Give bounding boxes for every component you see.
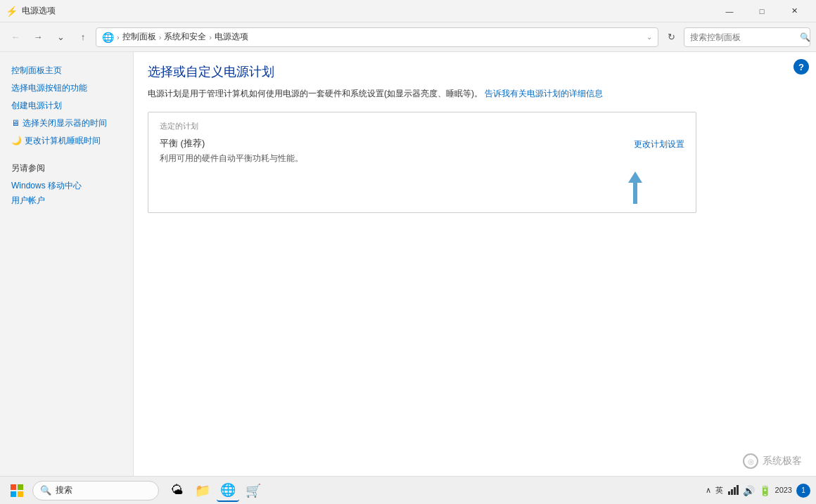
plan-info: 平衡 (推荐) 利用可用的硬件自动平衡功耗与性能。 [160, 137, 303, 164]
sidebar-item-mobility[interactable]: Windows 移动中心 [11, 179, 133, 193]
back-button[interactable]: ← [6, 27, 25, 47]
sidebar-item-home[interactable]: 控制面板主页 [11, 63, 133, 78]
taskbar-icon-weather[interactable]: 🌤 [166, 479, 189, 502]
files-icon: 📁 [195, 483, 210, 498]
sidebar-item-power-buttons[interactable]: 选择电源按钮的功能 [11, 81, 133, 96]
search-box[interactable]: 🔍 [684, 27, 810, 47]
content-more-link[interactable]: 告诉我有关电源计划的详细信息 [485, 89, 603, 98]
notification-badge[interactable]: 1 [796, 484, 810, 498]
taskbar-app-icons: 🌤 📁 🌐 🛒 [166, 479, 264, 502]
tray-chevron-icon[interactable]: ∧ [706, 486, 711, 495]
svg-rect-1 [18, 484, 23, 490]
taskbar-search-icon: 🔍 [40, 485, 51, 496]
plan-name: 平衡 (推荐) [160, 137, 303, 150]
taskbar-icon-edge[interactable]: 🌐 [217, 479, 239, 502]
minimize-button[interactable]: — [713, 0, 746, 22]
up-button[interactable]: ↑ [73, 27, 93, 47]
forward-button[interactable]: → [28, 27, 48, 47]
dropdown-button[interactable]: ⌄ [51, 27, 70, 47]
time-year: 2023 [775, 485, 792, 495]
search-icon: 🔍 [800, 32, 810, 42]
content-area: 选择或自定义电源计划 电源计划是用于管理计算机如何使用电源的一套硬件和系统设置(… [134, 52, 816, 476]
weather-icon: 🌤 [171, 483, 184, 498]
store-icon: 🛒 [246, 483, 261, 498]
plan-section-label: 选定的计划 [160, 121, 684, 131]
sidebar: 控制面板主页 选择电源按钮的功能 创建电源计划 🖥 选择关闭显示器的时间 🌙 更… [0, 52, 134, 476]
svg-rect-2 [11, 491, 16, 497]
content-description: 电源计划是用于管理计算机如何使用电源的一套硬件和系统设置(如显示器亮度、睡眠等)… [148, 87, 696, 101]
edge-icon: 🌐 [220, 482, 236, 498]
sidebar-section-see-also: 另请参阅 Windows 移动中心 用户帐户 [11, 162, 133, 208]
title-bar: ⚡ 电源选项 — □ ✕ [0, 0, 816, 22]
watermark-icon: ◎ [743, 453, 758, 469]
time-display[interactable]: 2023 [775, 485, 792, 495]
taskbar-icon-files[interactable]: 📁 [191, 479, 214, 502]
path-chevron-icon[interactable]: ⌄ [646, 33, 652, 41]
search-input[interactable] [690, 32, 796, 42]
address-bar: ← → ⌄ ↑ 🌐 › 控制面板 › 系统和安全 › 电源选项 ⌄ ↻ 🔍 [0, 22, 816, 52]
taskbar: 🔍 搜索 🌤 📁 🌐 🛒 ∧ 英 🔊 🔋 [0, 476, 816, 504]
tray-network-icon[interactable] [727, 484, 739, 497]
sleep-icon: 🌙 [11, 136, 22, 146]
tray-language[interactable]: 英 [715, 485, 723, 496]
taskbar-search[interactable]: 🔍 搜索 [32, 481, 159, 500]
windows-logo-icon [11, 484, 23, 497]
arrow-shaft [633, 183, 637, 204]
network-icon [727, 484, 739, 496]
window-controls: — □ ✕ [713, 0, 810, 22]
arrow-head [628, 172, 642, 183]
display-off-icon: 🖥 [11, 118, 20, 128]
tray-battery-icon[interactable]: 🔋 [759, 485, 771, 496]
plan-description: 利用可用的硬件自动平衡功耗与性能。 [160, 153, 303, 164]
sidebar-item-sleep-label: 更改计算机睡眠时间 [25, 135, 101, 147]
close-button[interactable]: ✕ [778, 0, 810, 22]
path-control-panel: 控制面板 [122, 31, 156, 43]
path-sep3: › [209, 33, 212, 41]
system-tray: ∧ 英 🔊 🔋 2023 1 [706, 484, 810, 498]
watermark: ◎ 系统极客 [743, 453, 802, 469]
sidebar-item-create-plan[interactable]: 创建电源计划 [11, 98, 133, 113]
sidebar-item-display-off[interactable]: 🖥 选择关闭显示器的时间 [11, 116, 133, 131]
svg-rect-5 [731, 489, 733, 495]
path-sep2: › [159, 33, 162, 41]
sidebar-item-sleep[interactable]: 🌙 更改计算机睡眠时间 [11, 134, 133, 148]
main-layout: 控制面板主页 选择电源按钮的功能 创建电源计划 🖥 选择关闭显示器的时间 🌙 更… [0, 52, 816, 476]
refresh-button[interactable]: ↻ [661, 27, 681, 47]
plan-section: 选定的计划 平衡 (推荐) 利用可用的硬件自动平衡功耗与性能。 更改计划设置 [148, 112, 696, 213]
address-path[interactable]: 🌐 › 控制面板 › 系统和安全 › 电源选项 ⌄ [96, 27, 658, 47]
svg-rect-4 [728, 491, 730, 495]
taskbar-search-text: 搜索 [56, 484, 72, 496]
plan-row: 平衡 (推荐) 利用可用的硬件自动平衡功耗与性能。 更改计划设置 [160, 137, 684, 164]
tray-volume-icon[interactable]: 🔊 [743, 485, 755, 496]
svg-rect-0 [11, 484, 16, 490]
page-title: 选择或自定义电源计划 [148, 63, 802, 80]
arrow-container [160, 172, 642, 204]
path-power-options: 电源选项 [215, 31, 248, 43]
window-title: 电源选项 [22, 5, 713, 17]
svg-rect-6 [734, 487, 736, 495]
sidebar-section-title: 另请参阅 [11, 162, 133, 174]
help-button[interactable]: ? [793, 59, 809, 75]
arrow-visual [628, 172, 642, 204]
plan-change-link[interactable]: 更改计划设置 [634, 138, 684, 150]
window-icon: ⚡ [6, 6, 18, 17]
sidebar-item-display-off-label: 选择关闭显示器的时间 [23, 117, 107, 129]
start-button[interactable] [6, 479, 28, 502]
path-system-security: 系统和安全 [164, 31, 206, 43]
svg-rect-7 [737, 485, 739, 495]
sidebar-item-user-accounts[interactable]: 用户帐户 [11, 193, 133, 208]
svg-rect-3 [18, 491, 23, 497]
path-globe-icon: 🌐 [102, 32, 114, 43]
taskbar-icon-store[interactable]: 🛒 [242, 479, 264, 502]
path-sep1: › [117, 33, 120, 41]
watermark-text: 系统极客 [763, 455, 802, 467]
maximize-button[interactable]: □ [746, 0, 778, 22]
